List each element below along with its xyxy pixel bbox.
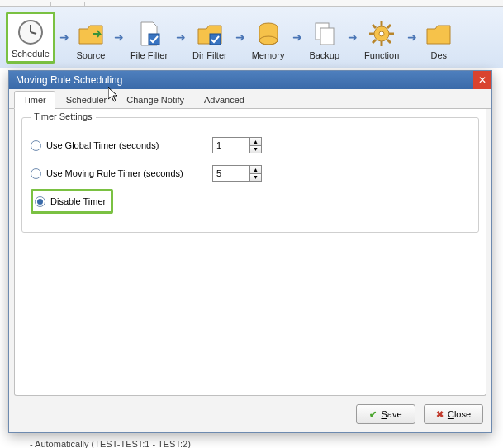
svg-rect-4 <box>210 34 221 45</box>
tab-advanced[interactable]: Advanced <box>195 91 254 108</box>
check-icon: ✔ <box>369 409 377 420</box>
option-label: Use Moving Rule Timer (seconds) <box>46 168 191 178</box>
gear-icon <box>367 19 396 49</box>
group-legend: Timer Settings <box>31 111 96 121</box>
tab-change-notify[interactable]: Change Notify <box>117 91 193 108</box>
ribbon-schedule[interactable]: Schedule <box>6 12 55 64</box>
chevron-right-icon: ➜ <box>292 31 302 44</box>
ribbon-destination[interactable]: Des <box>420 12 458 64</box>
database-icon <box>254 19 283 49</box>
menu-bar-fragment <box>0 0 503 7</box>
tab-timer[interactable]: Timer <box>14 91 55 109</box>
option-label: Disable Timer <box>50 196 106 206</box>
close-icon[interactable]: ✕ <box>473 71 491 89</box>
file-check-icon <box>134 19 164 49</box>
ribbon-label: Schedule <box>12 49 50 59</box>
tab-label: Scheduler <box>66 95 107 105</box>
moving-rule-scheduling-dialog: Moving Rule Scheduling ✕ Timer Scheduler… <box>8 70 492 433</box>
dialog-button-bar: ✔ Save ✖ Close <box>356 404 483 424</box>
tab-scheduler[interactable]: Scheduler <box>57 91 116 108</box>
folder-arrow-icon <box>76 19 106 49</box>
spinner-up-icon[interactable]: ▲ <box>249 166 261 174</box>
copy-icon <box>310 19 339 49</box>
chevron-right-icon: ➜ <box>59 31 69 44</box>
ribbon-source[interactable]: Source <box>72 12 110 64</box>
folder-check-icon <box>195 19 225 49</box>
save-button[interactable]: ✔ Save <box>356 404 415 424</box>
button-label-rest: lose <box>454 409 471 419</box>
tab-content: Timer Settings Use Global Timer (seconds… <box>14 109 486 396</box>
clock-icon <box>16 17 45 47</box>
spinner-up-icon[interactable]: ▲ <box>249 138 261 146</box>
option-moving-rule-timer[interactable]: Use Moving Rule Timer (seconds) 5 ▲▼ <box>31 161 470 186</box>
ribbon-label: Des <box>431 50 448 60</box>
radio-icon[interactable] <box>31 168 41 179</box>
svg-line-15 <box>373 25 376 28</box>
svg-rect-8 <box>320 28 334 45</box>
background-list-item: - Automatically (TEST-TEST:1 - TEST:2) <box>30 439 191 448</box>
moving-rule-timer-spinner[interactable]: 5 ▲▼ <box>212 165 262 182</box>
spinner-down-icon[interactable]: ▼ <box>249 174 261 182</box>
x-icon: ✖ <box>436 409 444 420</box>
svg-line-17 <box>387 25 391 28</box>
option-disable-timer[interactable]: Disable Timer <box>31 189 113 214</box>
close-button[interactable]: ✖ Close <box>424 404 483 424</box>
svg-point-10 <box>379 31 384 36</box>
svg-line-18 <box>373 40 376 43</box>
tab-label: Advanced <box>204 95 244 105</box>
button-label-rest: ave <box>387 409 402 419</box>
ribbon-function[interactable]: Function <box>360 12 403 64</box>
chevron-right-icon: ➜ <box>235 31 245 44</box>
ribbon-dir-filter[interactable]: Dir Filter <box>188 12 231 64</box>
button-label-letter: C <box>448 409 454 419</box>
ribbon-memory[interactable]: Memory <box>248 12 289 64</box>
ribbon-label: Function <box>364 50 399 60</box>
chevron-right-icon: ➜ <box>348 31 358 44</box>
dialog-tabs: Timer Scheduler Change Notify Advanced <box>9 89 491 109</box>
chevron-right-icon: ➜ <box>176 31 186 44</box>
ribbon-file-filter[interactable]: File Filter <box>126 12 172 64</box>
spinner-value: 5 <box>216 168 221 178</box>
ribbon-backup[interactable]: Backup <box>305 12 344 64</box>
ribbon-label: File Filter <box>130 50 168 60</box>
option-global-timer[interactable]: Use Global Timer (seconds) 1 ▲▼ <box>31 133 470 158</box>
radio-icon[interactable] <box>35 196 45 207</box>
dialog-title-text: Moving Rule Scheduling <box>16 74 122 86</box>
ribbon-label: Backup <box>309 50 339 60</box>
tab-label: Timer <box>23 95 46 105</box>
ribbon-label: Memory <box>252 50 285 60</box>
global-timer-spinner[interactable]: 1 ▲▼ <box>212 137 262 153</box>
dialog-titlebar[interactable]: Moving Rule Scheduling ✕ <box>9 71 491 89</box>
spinner-value: 1 <box>216 140 221 150</box>
chevron-right-icon: ➜ <box>407 31 417 44</box>
toolbar-ribbon: Schedule ➜ Source ➜ File Filter ➜ Dir Fi… <box>0 7 503 68</box>
chevron-right-icon: ➜ <box>114 31 124 44</box>
option-label: Use Global Timer (seconds) <box>46 140 191 150</box>
svg-line-16 <box>387 40 391 43</box>
timer-settings-group: Timer Settings Use Global Timer (seconds… <box>21 117 479 233</box>
tab-label: Change Notify <box>126 95 184 105</box>
ribbon-label: Dir Filter <box>192 50 227 60</box>
spinner-down-icon[interactable]: ▼ <box>249 146 261 153</box>
ribbon-label: Source <box>76 50 105 60</box>
svg-rect-3 <box>149 34 159 45</box>
button-label-letter: S <box>381 409 387 419</box>
radio-icon[interactable] <box>31 140 41 151</box>
destination-icon <box>424 19 453 49</box>
